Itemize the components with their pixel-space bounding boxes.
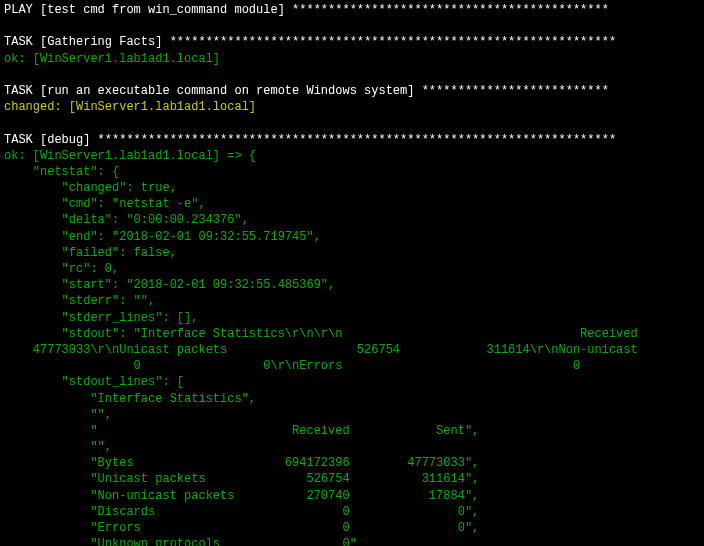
terminal-line: "rc": 0,: [4, 261, 700, 277]
terminal-span: "start": "2018-02-01 09:32:55.485369",: [4, 278, 335, 292]
terminal-output: PLAY [test cmd from win_command module] …: [0, 0, 704, 546]
terminal-span: "end": "2018-02-01 09:32:55.719745",: [4, 230, 321, 244]
terminal-span: 0 0\r\nErrors 0: [4, 359, 580, 373]
terminal-line: 0 0\r\nErrors 0: [4, 358, 700, 374]
terminal-line: "Discards 0 0",: [4, 504, 700, 520]
terminal-line: PLAY [test cmd from win_command module] …: [4, 2, 700, 18]
terminal-span: TASK [Gathering Facts] *****************…: [4, 35, 616, 49]
terminal-span: PLAY [test cmd from win_command module] …: [4, 3, 609, 17]
terminal-span: "",: [4, 408, 112, 422]
terminal-span: 47773033\r\nUnicast packets 526754 31161…: [4, 343, 638, 357]
terminal-span: "changed": true,: [4, 181, 177, 195]
terminal-span: ok: [WinServer1.lab1ad1.local] => {: [4, 149, 256, 163]
terminal-line: TASK [Gathering Facts] *****************…: [4, 34, 700, 50]
terminal-span: "Errors 0 0",: [4, 521, 479, 535]
terminal-line: "",: [4, 439, 700, 455]
terminal-line: "Errors 0 0",: [4, 520, 700, 536]
terminal-line: [4, 67, 700, 83]
terminal-line: ok: [WinServer1.lab1ad1.local] => {: [4, 148, 700, 164]
terminal-span: "",: [4, 440, 112, 454]
terminal-span: "Unicast packets 526754 311614",: [4, 472, 479, 486]
terminal-span: "stdout_lines": [: [4, 375, 184, 389]
terminal-line: "changed": true,: [4, 180, 700, 196]
terminal-span: "netstat": {: [4, 165, 119, 179]
terminal-line: "Unicast packets 526754 311614",: [4, 471, 700, 487]
terminal-span: " Received Sent",: [4, 424, 479, 438]
terminal-line: TASK [debug] ***************************…: [4, 132, 700, 148]
terminal-line: "stdout_lines": [: [4, 374, 700, 390]
terminal-span: "rc": 0,: [4, 262, 119, 276]
terminal-span: TASK [debug] ***************************…: [4, 133, 616, 147]
terminal-line: "delta": "0:00:00.234376",: [4, 212, 700, 228]
terminal-line: "end": "2018-02-01 09:32:55.719745",: [4, 229, 700, 245]
terminal-line: "Unknown protocols 0": [4, 536, 700, 546]
terminal-line: "Interface Statistics",: [4, 391, 700, 407]
terminal-line: [4, 115, 700, 131]
terminal-line: "stdout": "Interface Statistics\r\n\r\n …: [4, 326, 700, 342]
terminal-line: "start": "2018-02-01 09:32:55.485369",: [4, 277, 700, 293]
terminal-line: "netstat": {: [4, 164, 700, 180]
terminal-span: changed: [WinServer1.lab1ad1.local]: [4, 100, 256, 114]
terminal-line: [4, 18, 700, 34]
terminal-span: "Unknown protocols 0": [4, 537, 357, 546]
terminal-span: "cmd": "netstat -e",: [4, 197, 206, 211]
terminal-line: "",: [4, 407, 700, 423]
terminal-span: "stdout": "Interface Statistics\r\n\r\n …: [4, 327, 638, 341]
terminal-line: "cmd": "netstat -e",: [4, 196, 700, 212]
terminal-span: "Bytes 694172396 47773033",: [4, 456, 479, 470]
terminal-line: "Non-unicast packets 270740 17884",: [4, 488, 700, 504]
terminal-line: TASK [run an executable command on remot…: [4, 83, 700, 99]
terminal-line: changed: [WinServer1.lab1ad1.local]: [4, 99, 700, 115]
terminal-line: "Bytes 694172396 47773033",: [4, 455, 700, 471]
terminal-span: ok: [WinServer1.lab1ad1.local]: [4, 52, 220, 66]
terminal-line: 47773033\r\nUnicast packets 526754 31161…: [4, 342, 700, 358]
terminal-line: ok: [WinServer1.lab1ad1.local]: [4, 51, 700, 67]
terminal-span: "stderr": "",: [4, 294, 155, 308]
terminal-span: "stderr_lines": [],: [4, 311, 198, 325]
terminal-span: "failed": false,: [4, 246, 177, 260]
terminal-span: TASK [run an executable command on remot…: [4, 84, 609, 98]
terminal-span: "delta": "0:00:00.234376",: [4, 213, 249, 227]
terminal-line: " Received Sent",: [4, 423, 700, 439]
terminal-span: "Interface Statistics",: [4, 392, 256, 406]
terminal-span: "Discards 0 0",: [4, 505, 479, 519]
terminal-line: "stderr_lines": [],: [4, 310, 700, 326]
terminal-span: "Non-unicast packets 270740 17884",: [4, 489, 479, 503]
terminal-line: "failed": false,: [4, 245, 700, 261]
terminal-line: "stderr": "",: [4, 293, 700, 309]
